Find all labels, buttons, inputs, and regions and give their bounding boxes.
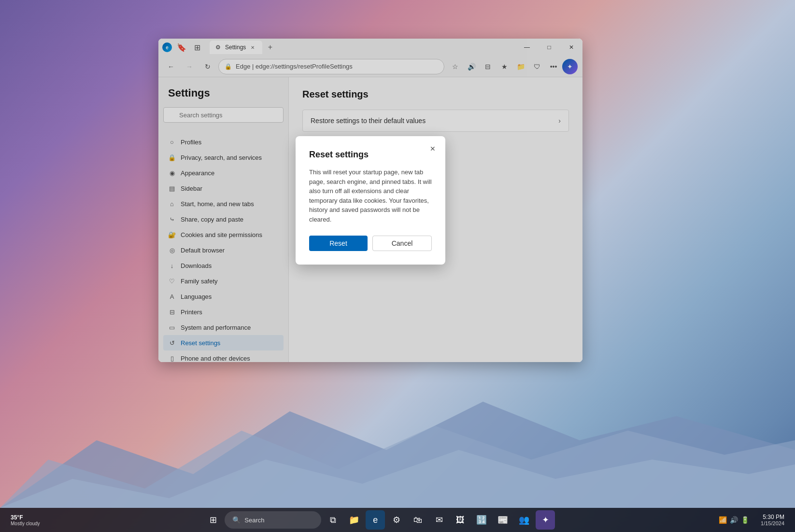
battery-icon[interactable]: 🔋 — [741, 516, 749, 524]
taskbar-copilot[interactable]: ✦ — [536, 510, 555, 530]
taskbar-teams[interactable]: 👥 — [514, 510, 534, 530]
taskbar-task-view[interactable]: ⧉ — [323, 510, 342, 530]
weather-desc: Mostly cloudy — [11, 521, 40, 526]
taskbar-center: ⊞ 🔍 Search ⧉ 📁 e ⚙ 🛍 ✉ 🖼 🔢 📰 👥 ✦ — [47, 510, 712, 530]
system-tray: 📶 🔊 🔋 — [714, 514, 754, 526]
mountain-background — [0, 353, 795, 508]
taskbar-right: 📶 🔊 🔋 5:30 PM 1/15/2024 — [714, 512, 789, 528]
weather-widget: 35°F Mostly cloudy — [6, 512, 45, 528]
reset-confirm-button[interactable]: Reset — [309, 236, 368, 251]
taskbar-news[interactable]: 📰 — [493, 510, 512, 530]
cancel-button[interactable]: Cancel — [372, 236, 432, 251]
taskbar-photos[interactable]: 🖼 — [451, 510, 470, 530]
clock-date: 1/15/2024 — [761, 520, 784, 526]
modal-body-text: This will reset your startup page, new t… — [309, 168, 432, 224]
start-button[interactable]: ⊞ — [203, 510, 223, 530]
clock-time: 5:30 PM — [763, 514, 784, 520]
modal-title: Reset settings — [309, 150, 432, 160]
reset-settings-modal: Reset settings ✕ This will reset your st… — [296, 136, 445, 265]
volume-icon[interactable]: 🔊 — [730, 516, 738, 524]
taskbar-search[interactable]: 🔍 Search — [225, 511, 321, 529]
taskbar-search-icon: 🔍 — [232, 516, 241, 524]
browser-window: e 🔖 ⊞ ⚙ Settings ✕ + — □ ✕ ← → ↻ 🔒 Edge … — [158, 39, 582, 362]
network-icon[interactable]: 📶 — [719, 516, 727, 524]
modal-buttons: Reset Cancel — [309, 236, 432, 251]
taskbar-edge[interactable]: e — [366, 510, 385, 530]
taskbar-file-explorer[interactable]: 📁 — [344, 510, 364, 530]
taskbar-settings-pin[interactable]: ⚙ — [387, 510, 406, 530]
clock-widget[interactable]: 5:30 PM 1/15/2024 — [756, 512, 789, 528]
modal-overlay[interactable]: Reset settings ✕ This will reset your st… — [158, 39, 582, 362]
taskbar-store[interactable]: 🛍 — [408, 510, 427, 530]
taskbar-search-label: Search — [244, 517, 264, 524]
taskbar-calc[interactable]: 🔢 — [472, 510, 491, 530]
taskbar-mail[interactable]: ✉ — [429, 510, 449, 530]
taskbar: 35°F Mostly cloudy ⊞ 🔍 Search ⧉ 📁 e ⚙ 🛍 … — [0, 508, 795, 532]
modal-close-button[interactable]: ✕ — [426, 142, 440, 155]
weather-temp: 35°F — [11, 514, 40, 521]
